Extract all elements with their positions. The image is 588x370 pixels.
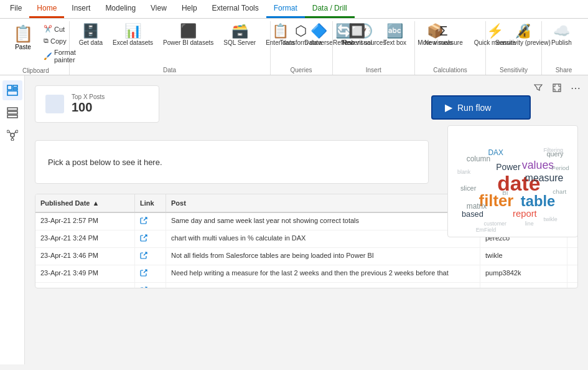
insert-group: 🔲 New visual 🔤 Text box 📦 More visuals I…	[333, 21, 416, 75]
td-date-2: 23-Apr-21 3:46 PM	[35, 248, 135, 265]
td-extra-2	[567, 248, 577, 265]
run-flow-button[interactable]: ▶ Run flow	[431, 95, 531, 120]
powerbi-icon: ⬛	[180, 24, 197, 38]
publish-icon: ☁️	[553, 24, 570, 38]
text-box-icon: 🔤	[386, 24, 403, 38]
word-cloud: date filter table values measure report …	[447, 125, 578, 237]
format-painter-icon: 🖌️	[44, 52, 52, 60]
svg-rect-14	[553, 84, 561, 92]
ribbon: File Home Insert Modeling View Help Exte…	[0, 0, 588, 75]
publish-button[interactable]: ☁️ Publish	[547, 21, 576, 50]
wc-twikle: twikle	[543, 216, 557, 222]
th-published-date[interactable]: Published Date ▲	[35, 194, 135, 212]
transform-icon: ⬡	[295, 24, 307, 38]
td-scroll-down[interactable]: ▼	[567, 283, 577, 288]
wc-matrix: matrix	[467, 202, 487, 211]
td-post-1: chart with multi values in % calculate i…	[166, 230, 480, 247]
wc-power: Power	[496, 162, 521, 172]
td-link-4[interactable]	[135, 283, 166, 288]
text-box-button[interactable]: 🔤 Text box	[379, 21, 411, 50]
new-visual-button[interactable]: 🔲 New visual	[338, 21, 376, 50]
paste-icon: 📋	[13, 24, 33, 44]
new-measure-button[interactable]: Σ New measure	[420, 21, 467, 50]
tab-home[interactable]: Home	[29, 0, 64, 18]
transform-data-button[interactable]: ⬡ Transform data	[276, 21, 326, 50]
top-posts-value: 100	[72, 100, 105, 115]
run-icon: ▶	[445, 102, 452, 113]
run-flow-label: Run flow	[457, 103, 491, 113]
tab-external-tools[interactable]: External Tools	[205, 0, 266, 18]
main-canvas: ⋯ Top X Posts 100 ▶ Run flow	[25, 75, 588, 364]
td-poster-2: twikle	[480, 248, 567, 265]
wc-period: Period	[551, 164, 569, 171]
td-link-1[interactable]	[135, 230, 166, 247]
new-visual-icon: 🔲	[348, 24, 365, 38]
svg-point-8	[7, 130, 9, 133]
calculations-group: Σ New measure ⚡ Quick measure Calculatio…	[415, 21, 486, 75]
td-post-0: Same day and same week last year not sho…	[166, 213, 480, 230]
share-group: ☁️ Publish Share	[542, 21, 586, 75]
tab-modeling[interactable]: Modeling	[98, 0, 143, 18]
queries-group: ⬡ Transform data 🔄 Refresh Queries	[271, 21, 333, 75]
tab-format[interactable]: Format	[266, 0, 305, 18]
td-link-3[interactable]	[135, 265, 166, 282]
sidebar-icon-model[interactable]	[2, 125, 22, 145]
svg-rect-5	[7, 111, 17, 114]
wc-measure: measure	[525, 173, 564, 183]
td-post-4: Passing a Filter into multiple pages of …	[166, 283, 480, 288]
table-row[interactable]: 23-Apr-21 3:49 PM Need help writing a me…	[35, 265, 577, 283]
table-row[interactable]: 23-Apr-21 3:46 PM Not all fields from Sa…	[35, 248, 577, 265]
table-row[interactable]: 23-Apr-21 3:51 PM Passing a Filter into …	[35, 283, 577, 288]
svg-rect-4	[7, 108, 17, 110]
svg-rect-1	[13, 85, 17, 87]
svg-rect-6	[7, 115, 17, 118]
data-group: 🗄️ Get data 📊 Excel datasets ⬛ Power BI …	[70, 21, 271, 75]
sidebar-icon-data[interactable]	[2, 103, 22, 123]
sql-icon: 🗃️	[231, 24, 248, 38]
wc-slicer: slicer	[460, 184, 477, 192]
sort-asc-icon: ▲	[92, 199, 99, 207]
wc-line: line	[525, 221, 534, 227]
svg-line-12	[14, 132, 16, 134]
word-cloud-svg: date filter table values measure report …	[448, 126, 577, 237]
filter-icon[interactable]	[531, 80, 546, 95]
paste-button[interactable]: 📋 Paste	[7, 21, 39, 54]
td-date-4: 23-Apr-21 3:51 PM	[35, 283, 135, 288]
left-col: Top X Posts 100	[35, 85, 431, 133]
td-link-0[interactable]	[135, 213, 166, 230]
sidebar	[0, 75, 25, 364]
td-date-1: 23-Apr-21 3:24 PM	[35, 230, 135, 247]
sidebar-icon-report[interactable]	[2, 80, 22, 100]
copy-icon: ⧉	[44, 37, 49, 45]
wc-based: based	[462, 209, 483, 219]
sensitivity-group: 🔏 Sensitivity (preview) Sensitivity	[486, 21, 542, 75]
tab-help[interactable]: Help	[174, 0, 205, 18]
get-data-icon: 🗄️	[82, 24, 99, 38]
td-extra-3	[567, 265, 577, 282]
more-options-icon[interactable]: ⋯	[568, 80, 583, 95]
fit-to-page-icon[interactable]	[549, 80, 564, 95]
td-poster-3: pump3842k	[480, 265, 567, 282]
tab-view[interactable]: View	[143, 0, 174, 18]
sql-server-button[interactable]: 🗃️ SQL Server	[219, 21, 260, 50]
td-date-0: 23-Apr-21 2:57 PM	[35, 213, 135, 230]
clipboard-group: 📋 Paste ✂️ Cut ⧉ Copy 🖌️ Format painter	[2, 21, 70, 75]
get-data-button[interactable]: 🗄️ Get data	[75, 21, 107, 50]
wc-table: table	[521, 193, 555, 209]
sensitivity-icon: 🔏	[515, 24, 531, 38]
td-date-3: 23-Apr-21 3:49 PM	[35, 265, 135, 282]
tab-insert[interactable]: Insert	[64, 0, 98, 18]
top-posts-info: Top X Posts 100	[72, 93, 105, 115]
td-post-2: Not all fields from Salesforce tables ar…	[166, 248, 480, 265]
new-measure-icon: Σ	[439, 24, 448, 38]
th-link[interactable]: Link	[135, 194, 166, 212]
td-post-3: Need help writing a measure for the last…	[166, 265, 480, 282]
tab-file[interactable]: File	[2, 0, 29, 18]
th-post[interactable]: Post	[166, 194, 480, 212]
top-posts-card: Top X Posts 100	[35, 85, 159, 123]
td-link-2[interactable]	[135, 248, 166, 265]
tab-data-drill[interactable]: Data / Drill	[305, 0, 355, 18]
excel-datasets-button[interactable]: 📊 Excel datasets	[108, 21, 157, 50]
power-bi-datasets-button[interactable]: ⬛ Power BI datasets	[159, 21, 218, 50]
svg-rect-3	[7, 91, 17, 95]
